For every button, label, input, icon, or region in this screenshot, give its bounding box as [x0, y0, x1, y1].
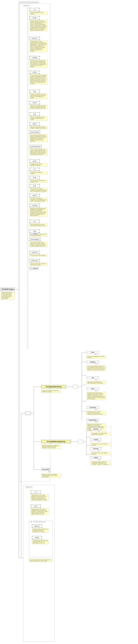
any-attr-label: ##other	[33, 233, 38, 234]
sequence-indicator-def	[73, 385, 78, 388]
rel-child-narrower-name: narrower	[93, 448, 99, 449]
attr-uri-desc: A URI which identifies a concept.	[30, 171, 48, 175]
attr-qcode-name: qcode	[33, 160, 36, 162]
attr-modified-box: modified	[30, 56, 40, 59]
attr-reluri-desc: The identifier of a concept defining the…	[31, 508, 49, 515]
attr-qcode-box: qcode	[30, 160, 40, 163]
concept-relationships-group-box: ConceptRelationshipsGroup	[41, 440, 71, 443]
root-type-name: Flex2ExtPropType	[2, 288, 14, 290]
attr-why-name: why	[33, 114, 36, 115]
attr-typeuri-desc: The type of the concept assigned as cont…	[30, 198, 48, 202]
attr-creator-box: creator	[30, 16, 40, 20]
attr-howuri-name: howuri	[33, 102, 37, 104]
attr-how-box: how	[30, 90, 40, 93]
attr-uri-box: uri	[30, 168, 40, 171]
attr-valueunituri-name: valueunituri	[31, 260, 38, 261]
rel-child-broader-desc: An identifier of a more generic concept.	[91, 443, 110, 446]
rel-child-related-box: related	[91, 456, 101, 459]
attr-pubconstraint-desc: One or many constraints that apply to pu…	[30, 134, 48, 142]
attr-valueunit-name: valueunit	[32, 252, 37, 253]
rel-child-narrower-box: narrower	[91, 447, 101, 450]
attr-xml:lang-name: xml:lang	[32, 205, 37, 206]
def-child-note-name: note	[91, 377, 94, 378]
attr-xml:lang-desc: Specifies the language of this property …	[30, 207, 48, 217]
root-type-desc: Flexible generic PCL-Type for controlled…	[1, 292, 15, 300]
any-other-element-box: any ##other	[41, 468, 50, 471]
attr-type-name: type	[33, 185, 36, 186]
attr-id-box: id	[30, 8, 40, 11]
attr-literal-desc: A free-text value assigned as property v…	[30, 180, 48, 183]
attr-pubconstrainturi-desc: One or many constraints that apply to pu…	[30, 148, 48, 156]
any-attribute-other-box: any ##other	[30, 267, 39, 270]
attr-typeuri-box: typeuri	[30, 194, 40, 197]
attr-validfrom-name: validfrom	[34, 526, 40, 527]
rel-child-sameAs-name: sameAs	[93, 428, 98, 430]
def-child-hierarchyInfo-box: hierarchyInfo	[87, 419, 99, 421]
attr-dir-box: dir	[30, 220, 40, 223]
attr-rel-name: rel	[35, 492, 37, 493]
def-child-definition-box: definition	[87, 361, 99, 363]
attr-pubconstraint-box: pubconstraint	[30, 130, 40, 134]
attr-whyuri-desc: Why the metadata has been included - exp…	[30, 126, 48, 129]
attr-validfrom-desc: The date (and, optionally, the time) bef…	[32, 528, 49, 533]
def-child-facet-card: 0..∞	[95, 390, 97, 391]
attr-valuedatatype-name: valuedatatype	[31, 239, 39, 240]
attr-how-name: how	[33, 91, 36, 92]
rel-child-related-desc: A related concept, where the relationshi…	[91, 461, 110, 465]
attr-validto-desc: The date (and, optionally, the time) aft…	[32, 540, 49, 544]
attr-typeuri-name: typeuri	[32, 195, 37, 196]
root-type-box: Flex2ExtPropType	[1, 288, 15, 290]
attributes-section-label-2: attributes	[26, 486, 32, 488]
attr-creator-desc: If the property value is not defined, sp…	[30, 20, 48, 31]
attr-howuri-box: howuri	[30, 101, 40, 104]
attr-rel-box: rel	[31, 490, 41, 494]
def-child-note-card: 0..∞	[95, 379, 97, 380]
def-child-definition-card: 0..∞	[95, 363, 97, 364]
attr-creatoruri-name: creatoruri	[32, 38, 38, 39]
rel-child-narrower-card: 0..∞	[98, 450, 100, 451]
def-child-name-box: name	[87, 351, 99, 354]
attr-value-name: value	[33, 230, 36, 232]
def-child-remoteInfo-card: 0..∞	[95, 409, 97, 410]
attr-pubconstraint-name: pubconstraint	[31, 132, 39, 133]
attr-pubconstrainturi-name: pubconstrainturi	[31, 146, 40, 147]
attr-howuri-desc: Indicates by which means the value was e…	[30, 104, 48, 109]
attr-validto-box: validto	[32, 536, 42, 539]
rel-child-sameAs-desc: An identifier of a concept with equivale…	[91, 432, 110, 436]
attr-valueunituri-desc: The unit of the value attribute - expres…	[30, 262, 48, 266]
attr-valueunit-desc: The unit of the value attribute.	[30, 254, 48, 256]
attr-valuedatatype-box: valuedatatype	[30, 238, 40, 241]
attr-creatoruri-desc: If the attribute is empty, specifies whi…	[30, 40, 48, 52]
attr-valueunituri-box: valueunituri	[30, 259, 40, 262]
def-child-hierarchyInfo-card: 0..∞	[95, 421, 97, 422]
attr-reluri-name: reluri	[34, 506, 37, 507]
def-child-remoteInfo-box: remoteInfo	[87, 406, 99, 409]
def-child-name-desc: A natural language name for the concept.	[87, 355, 106, 359]
def-child-hierarchyInfo-name: hierarchyInfo	[89, 419, 97, 421]
concept-definition-group-name: ConceptDefinitionGroup	[46, 386, 61, 388]
attr-id-name: id	[34, 9, 35, 10]
def-child-facet-name: facet	[91, 388, 94, 390]
attr-creatoruri-box: creatoruri	[30, 37, 40, 40]
attr-qcode-desc: A qualified code which identifies a conc…	[30, 163, 48, 166]
any-other-desc: Extension point for provider-defined pro…	[41, 473, 61, 478]
attr-why-box: why	[30, 112, 40, 116]
attr-whyuri-name: whyuri	[33, 123, 37, 124]
time-validity-group-label: timeValidityAttributes	[33, 521, 46, 522]
attr-custom-box: custom	[30, 70, 40, 74]
attr-validto-name: validto	[35, 537, 39, 538]
rel-child-broader-box: broader	[91, 438, 101, 441]
rel-child-related-name: related	[94, 457, 98, 458]
attr-type-desc: The type of the concept assigned as cont…	[30, 188, 48, 192]
base-type-label: Flex1ExtPropType (extension)	[19, 1, 39, 3]
attr-how-desc: Indicates by which means the value was e…	[30, 93, 48, 99]
def-child-remoteInfo-desc: A link to an item or a web resource whic…	[87, 410, 106, 415]
attr-type-box: type	[30, 184, 40, 188]
def-child-note-desc: Additional natural language information …	[87, 381, 106, 384]
attr-custom-name: custom	[32, 72, 37, 73]
attr-rel-desc: The identifier of a concept defining the…	[31, 494, 49, 501]
attr-why-desc: Why the metadata has been included - exp…	[30, 116, 48, 121]
def-child-remoteInfo-name: remoteInfo	[89, 407, 96, 408]
attr-reluri-box: reluri	[31, 504, 41, 508]
attr-dir-desc: The directionality of textual content (e…	[30, 223, 48, 227]
